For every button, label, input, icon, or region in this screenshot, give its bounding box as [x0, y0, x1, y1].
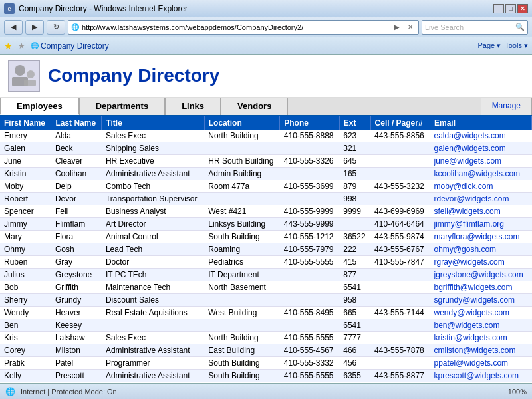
- table-row: OhmyGoshLead TechRoaming410-555-79792224…: [0, 243, 532, 256]
- address-text: http://www.latshawsystems.com/webappdemo…: [82, 23, 389, 31]
- manage-link[interactable]: Manage: [481, 98, 532, 115]
- address-refresh-icon: ▶: [392, 23, 402, 31]
- email-link[interactable]: jimmy@flimflam.org: [434, 219, 505, 229]
- email-link[interactable]: bgriffith@widgets.com: [434, 283, 513, 292]
- search-bar[interactable]: Live Search 🔍: [422, 20, 528, 35]
- email-link[interactable]: rdevor@widgets.com: [434, 194, 509, 203]
- status-bar: 🌐 Internet | Protected Mode: On 100%: [0, 383, 532, 399]
- search-icon: 🔍: [515, 23, 525, 31]
- col-location: Location: [204, 116, 280, 130]
- email-link[interactable]: sfell@widgets.com: [434, 207, 501, 216]
- browser-titlebar: e Company Directory - Windows Internet E…: [0, 0, 532, 17]
- table-row: KrisLatshawSales ExecNorth Building410-5…: [0, 332, 532, 344]
- page-header: Company Directory: [0, 55, 532, 98]
- search-text: Live Search: [425, 23, 515, 31]
- browser-toolbar: ◀ ▶ ↻ 🌐 http://www.latshawsystems.com/we…: [0, 17, 532, 37]
- address-icon: 🌐: [71, 23, 79, 31]
- table-row: BobGriffithMaintenance TechNorth Basemen…: [0, 281, 532, 294]
- col-email: Email: [430, 116, 532, 130]
- table-row: SpencerFellBusiness AnalystWest #421410-…: [0, 205, 532, 218]
- table-row: KellyPrescottAdministrative AssistantSou…: [0, 370, 532, 382]
- refresh-button[interactable]: ↻: [47, 20, 65, 35]
- col-cell: Cell / Pager#: [370, 116, 430, 130]
- forward-button[interactable]: ▶: [25, 20, 44, 35]
- tab-links[interactable]: Links: [165, 98, 221, 115]
- email-link[interactable]: ohmy@gosh.com: [434, 245, 497, 254]
- svg-point-0: [15, 65, 25, 76]
- status-text: Internet | Protected Mode: On: [21, 388, 503, 396]
- page-title: Company Directory: [48, 65, 219, 86]
- status-icon: 🌐: [5, 387, 15, 396]
- email-link[interactable]: galen@widgets.com: [434, 144, 506, 153]
- col-title: Title: [102, 116, 204, 130]
- toolbar-right: Page ▾ Tools ▾: [478, 41, 529, 50]
- favorites-link-label: Company Directory: [41, 41, 109, 51]
- email-link[interactable]: kprescott@widgets.com: [434, 371, 519, 380]
- tab-employees[interactable]: Employees: [0, 98, 79, 115]
- col-ext: Ext: [339, 116, 370, 130]
- maximize-button[interactable]: □: [505, 4, 516, 13]
- col-firstname: First Name: [0, 116, 51, 130]
- table-row: GalenBeckShipping Sales321galen@widgets.…: [0, 142, 532, 155]
- svg-point-2: [27, 70, 35, 78]
- close-button[interactable]: ✕: [517, 4, 528, 13]
- favorites-toolbar: ★ ★ 🌐 Company Directory Page ▾ Tools ▾: [0, 37, 532, 55]
- email-link[interactable]: ppatel@widgets.com: [434, 358, 509, 368]
- company-logo: [8, 60, 40, 92]
- email-link[interactable]: kristin@widgets.com: [434, 333, 507, 342]
- col-phone: Phone: [280, 116, 339, 130]
- table-row: JuliusGreystoneIT PC TEchIT Department87…: [0, 269, 532, 281]
- table-row: RubenGrayDoctorPediatrics410-555-5555415…: [0, 256, 532, 269]
- email-link[interactable]: cmilston@widgets.com: [434, 346, 516, 355]
- page-content: Company Directory Employees Departments …: [0, 55, 532, 383]
- email-link[interactable]: ben@widgets.com: [434, 321, 500, 330]
- email-link[interactable]: maryflora@widgets.com: [434, 232, 520, 241]
- address-close-icon[interactable]: ✕: [405, 23, 416, 31]
- minimize-button[interactable]: _: [493, 4, 504, 13]
- email-link[interactable]: rgray@widgets.com: [434, 257, 505, 267]
- zoom-text: 100%: [508, 388, 527, 396]
- employee-table: First Name Last Name Title Location Phon…: [0, 116, 532, 383]
- address-bar[interactable]: 🌐 http://www.latshawsystems.com/webappde…: [68, 20, 419, 35]
- col-lastname: Last Name: [51, 116, 102, 130]
- browser-icon: e: [4, 3, 15, 14]
- tab-vendors[interactable]: Vendors: [221, 98, 288, 115]
- table-row: WendyHeaverReal Estate AquisitionsWest B…: [0, 307, 532, 319]
- email-link[interactable]: kcoolihan@widgets.com: [434, 169, 521, 178]
- table-row: BenKeesey6541ben@widgets.com: [0, 319, 532, 332]
- browser-title: Company Directory - Windows Internet Exp…: [19, 4, 489, 13]
- page-favicon: 🌐: [31, 42, 39, 49]
- favorites-company-link[interactable]: 🌐 Company Directory: [31, 41, 109, 51]
- email-link[interactable]: sgrundy@widgets.com: [434, 295, 515, 305]
- table-row: RobertDevorTransportation Supervisor998r…: [0, 193, 532, 205]
- email-link[interactable]: june@widgets.com: [434, 156, 502, 166]
- nav-tabs: Employees Departments Links Vendors Mana…: [0, 98, 532, 116]
- back-button[interactable]: ◀: [4, 20, 23, 35]
- tools-button[interactable]: Tools ▾: [505, 41, 528, 50]
- table-row: JuneCleaverHR ExecutiveHR South Building…: [0, 155, 532, 168]
- table-row: MaryFloraAnimal ControlSouth Building410…: [0, 231, 532, 243]
- tab-departments[interactable]: Departments: [79, 98, 165, 115]
- email-link[interactable]: moby@dick.com: [434, 182, 493, 191]
- table-row: KristinCoolihanAdministrative AssistantA…: [0, 168, 532, 180]
- table-row: CoreyMilstonAdministrative AssistantEast…: [0, 344, 532, 357]
- email-link[interactable]: wendy@widgets.com: [434, 308, 510, 317]
- table-row: PratikPatelProgrammerSouth Building410-5…: [0, 357, 532, 370]
- page-button[interactable]: Page ▾: [478, 41, 501, 50]
- email-link[interactable]: jgreystone@widgets.com: [434, 270, 523, 279]
- table-row: EmeryAldaSales ExecNorth Building410-555…: [0, 130, 532, 142]
- table-row: MobyDelpCombo TechRoom 477a410-555-36998…: [0, 180, 532, 193]
- svg-rect-3: [24, 80, 36, 86]
- table-row: SherryGrundyDiscount Sales958sgrundy@wid…: [0, 294, 532, 307]
- table-row: JimmyFlimflamArt DirectorLinksys Buildin…: [0, 218, 532, 231]
- add-favorites-icon[interactable]: ★: [18, 41, 25, 51]
- favorites-star-icon: ★: [4, 41, 13, 51]
- email-link[interactable]: ealda@widgets.com: [434, 131, 506, 140]
